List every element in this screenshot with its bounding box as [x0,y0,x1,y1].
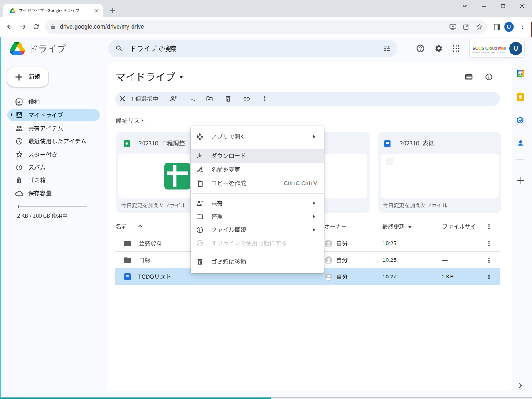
svg-text:31: 31 [518,72,522,76]
